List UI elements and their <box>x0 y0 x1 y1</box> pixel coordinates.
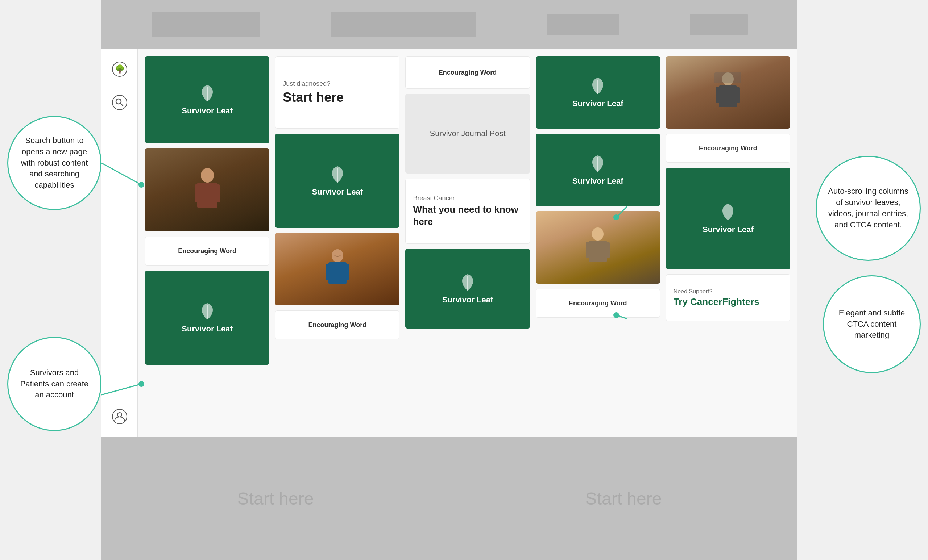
survivor-leaf-label-2: Survivor Leaf <box>182 324 233 333</box>
encouraging-word-label-1: Encouraging Word <box>153 247 262 255</box>
svg-rect-27 <box>719 85 737 107</box>
search-button[interactable] <box>110 93 129 112</box>
svg-rect-29 <box>734 87 740 103</box>
journal-post-card[interactable]: Survivor Journal Post <box>405 94 530 173</box>
main-area: Survivor Leaf Encouraging <box>138 49 798 437</box>
start-here-main: Start here <box>283 90 392 105</box>
svg-point-14 <box>332 249 343 262</box>
journal-post-label: Survivor Journal Post <box>430 128 505 140</box>
survivor-leaf-label-1: Survivor Leaf <box>182 106 233 116</box>
svg-rect-26 <box>714 72 741 83</box>
breast-cancer-category: Breast Cancer <box>413 195 522 202</box>
column-2: Just diagnosed? Start here Survivor Leaf <box>275 56 400 430</box>
encouraging-word-card-3[interactable]: Encouraging Word <box>405 56 530 89</box>
svg-rect-17 <box>344 264 350 280</box>
svg-point-8 <box>201 168 214 183</box>
photo-woman-smiling <box>275 233 400 305</box>
encouraging-word-label-5: Encouraging Word <box>673 145 783 152</box>
svg-rect-15 <box>328 262 346 284</box>
bottom-text-1: Start here <box>237 488 314 508</box>
encouraging-word-label-2: Encouraging Word <box>283 321 392 329</box>
callout-ctca-text: Elegant and subtle CTCA content marketin… <box>831 307 913 341</box>
survivor-leaf-label-6: Survivor Leaf <box>572 177 624 186</box>
survivor-leaf-card-2[interactable]: Survivor Leaf <box>145 271 269 365</box>
top-placeholder-1 <box>151 12 260 37</box>
app-content: 🌳 <box>102 49 798 437</box>
svg-rect-22 <box>589 240 607 262</box>
survivor-leaf-card-4[interactable]: Survivor Leaf <box>405 249 530 329</box>
svg-text:🌳: 🌳 <box>114 64 125 74</box>
svg-rect-28 <box>716 87 721 103</box>
survivor-leaf-card-1[interactable]: Survivor Leaf <box>145 56 269 143</box>
photo-woman-older <box>536 211 660 284</box>
need-support-card[interactable]: Need Support? Try CancerFighters <box>666 274 790 321</box>
svg-rect-23 <box>586 242 591 258</box>
svg-line-4 <box>121 103 123 106</box>
survivor-leaf-card-5[interactable]: Survivor Leaf <box>536 56 660 129</box>
photo-man-old <box>666 56 790 129</box>
svg-point-2 <box>112 95 127 110</box>
callout-search: Search button to opens a new page with r… <box>7 116 102 210</box>
survivor-leaf-card-6[interactable]: Survivor Leaf <box>536 134 660 206</box>
callout-search-text: Search button to opens a new page with r… <box>15 135 93 191</box>
photo-man-factory <box>145 148 269 231</box>
start-here-sub: Just diagnosed? <box>283 80 392 88</box>
callout-account: Survivors and Patients can create an acc… <box>7 337 102 431</box>
encouraging-word-card-1[interactable]: Encouraging Word <box>145 237 269 266</box>
svg-rect-10 <box>195 184 201 202</box>
encouraging-word-label-3: Encouraging Word <box>413 69 522 76</box>
callout-ctca: Elegant and subtle CTCA content marketin… <box>823 275 921 373</box>
need-support-label: Need Support? <box>673 288 783 295</box>
callout-account-text: Survivors and Patients can create an acc… <box>15 367 93 401</box>
tree-button[interactable]: 🌳 <box>110 60 129 79</box>
survivor-leaf-label-4: Survivor Leaf <box>442 295 493 304</box>
callout-autoscroll: Auto-scrolling columns of survivor leave… <box>816 156 921 261</box>
svg-rect-11 <box>214 184 220 202</box>
svg-rect-16 <box>325 264 331 280</box>
breast-cancer-title: What you need to know here <box>413 204 522 228</box>
column-1: Survivor Leaf Encouraging <box>145 56 269 430</box>
bottom-overlay: Start here Start here <box>102 437 798 560</box>
top-overlay <box>102 0 798 49</box>
svg-point-21 <box>592 227 604 240</box>
survivor-leaf-card-7[interactable]: Survivor Leaf <box>666 168 790 269</box>
top-placeholder-2 <box>331 12 476 37</box>
encouraging-word-card-2[interactable]: Encouraging Word <box>275 310 400 339</box>
column-3: Encouraging Word Survivor Journal Post B… <box>405 56 530 430</box>
survivor-leaf-label-3: Survivor Leaf <box>312 187 363 197</box>
bottom-text-2: Start here <box>585 488 662 508</box>
survivor-leaf-card-3[interactable]: Survivor Leaf <box>275 134 400 228</box>
sidebar: 🌳 <box>102 49 138 437</box>
svg-point-6 <box>118 412 122 417</box>
cancer-fighters-link: Try CancerFighters <box>673 296 783 307</box>
survivor-leaf-label-7: Survivor Leaf <box>702 225 754 234</box>
encouraging-word-label-4: Encouraging Word <box>543 300 652 307</box>
svg-rect-24 <box>604 242 610 258</box>
top-placeholder-4 <box>690 14 748 35</box>
user-button[interactable] <box>110 407 129 426</box>
survivor-leaf-label-5: Survivor Leaf <box>572 99 624 108</box>
encouraging-word-card-4[interactable]: Encouraging Word <box>536 289 660 318</box>
column-4: Survivor Leaf Survivor Leaf <box>536 56 660 430</box>
breast-cancer-card[interactable]: Breast Cancer What you need to know here <box>405 179 530 244</box>
callout-autoscroll-text: Auto-scrolling columns of survivor leave… <box>824 186 913 230</box>
encouraging-word-card-5[interactable]: Encouraging Word <box>666 134 790 163</box>
column-5: Encouraging Word Survivor Leaf Need Supp… <box>666 56 790 430</box>
start-here-card[interactable]: Just diagnosed? Start here <box>275 56 400 129</box>
browser-window: 🌳 <box>102 0 798 560</box>
top-placeholder-3 <box>546 14 619 35</box>
